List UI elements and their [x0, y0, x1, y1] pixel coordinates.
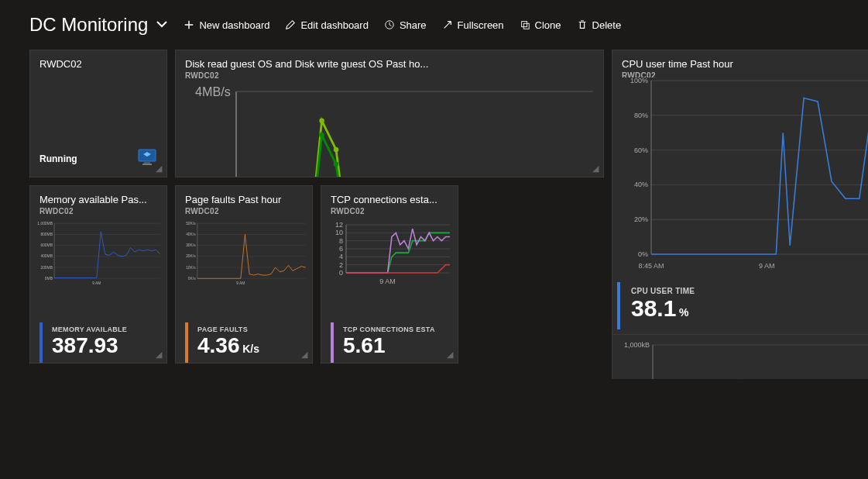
disk-title: Disk read guest OS and Disk write guest … [185, 58, 594, 70]
svg-text:9 AM: 9 AM [92, 281, 101, 285]
svg-text:10K/s: 10K/s [186, 266, 196, 270]
new-dashboard-label: New dashboard [199, 19, 269, 31]
vm-icon [137, 148, 157, 169]
delete-button[interactable]: Delete [577, 19, 622, 31]
svg-text:40%: 40% [634, 181, 648, 188]
svg-text:9 AM: 9 AM [759, 262, 775, 270]
svg-point-24 [334, 147, 338, 152]
share-button[interactable]: Share [384, 19, 427, 31]
svg-text:2: 2 [339, 261, 343, 269]
svg-text:0: 0 [339, 269, 343, 277]
svg-text:0K/s: 0K/s [188, 277, 196, 281]
edit-dashboard-button[interactable]: Edit dashboard [285, 19, 368, 31]
svg-text:8: 8 [339, 237, 343, 245]
svg-text:1,000MB: 1,000MB [37, 222, 53, 226]
cpu-metric-label: CPU USER TIME [631, 287, 695, 295]
svg-text:0%: 0% [638, 250, 648, 258]
delete-label: Delete [592, 19, 622, 31]
svg-text:20K/s: 20K/s [186, 254, 196, 258]
cpu-metric-value: 38.1 [631, 295, 676, 321]
memory-metric-value: 387.93 [52, 333, 118, 357]
fullscreen-label: Fullscreen [458, 19, 504, 31]
svg-point-49 [319, 133, 324, 137]
cpu-title: CPU user time Past hour [622, 58, 868, 70]
svg-text:9 AM: 9 AM [236, 281, 245, 285]
svg-point-23 [319, 118, 324, 122]
pagefaults-tile[interactable]: Page faults Past hour RWDC02 0K/s10K/s20… [175, 185, 313, 364]
svg-text:100%: 100% [630, 78, 648, 84]
memory-tile[interactable]: Memory available Pas... RWDC02 0MB200MB4… [29, 185, 167, 364]
svg-rect-1 [521, 22, 527, 27]
clone-label: Clone [535, 19, 561, 31]
svg-text:10: 10 [335, 229, 343, 236]
svg-text:6: 6 [339, 245, 343, 253]
svg-text:30K/s: 30K/s [186, 243, 196, 247]
tcp-title: TCP connections esta... [331, 194, 448, 205]
tcp-host: RWDC02 [331, 207, 448, 215]
edit-dashboard-label: Edit dashboard [300, 19, 368, 31]
resize-icon[interactable]: ◢ [447, 350, 453, 360]
pf-metric-label: PAGE FAULTS [197, 326, 259, 333]
svg-text:80%: 80% [634, 112, 648, 119]
svg-rect-5 [142, 164, 152, 165]
svg-text:50K/s: 50K/s [186, 222, 196, 226]
svg-text:600MB: 600MB [40, 243, 53, 247]
svg-text:400MB: 400MB [40, 254, 53, 258]
resize-icon[interactable]: ◢ [301, 350, 307, 360]
tcp-metric-label: TCP CONNECTIONS ESTA [343, 326, 435, 333]
vm-status-tile[interactable]: RWDC02 Running ◢ [29, 50, 167, 177]
svg-text:4MB/s: 4MB/s [195, 86, 231, 98]
svg-rect-2 [523, 23, 529, 29]
svg-text:20%: 20% [634, 215, 648, 223]
vm-name: RWDC02 [39, 58, 157, 70]
fullscreen-button[interactable]: Fullscreen [442, 19, 504, 31]
svg-text:0MB: 0MB [45, 277, 53, 281]
svg-text:12: 12 [335, 222, 343, 229]
resize-icon[interactable]: ◢ [156, 164, 162, 174]
svg-text:40K/s: 40K/s [186, 233, 196, 236]
svg-text:9 AM: 9 AM [379, 277, 396, 285]
new-dashboard-button[interactable]: New dashboard [184, 19, 269, 31]
svg-text:8:45 AM: 8:45 AM [638, 262, 664, 270]
svg-text:4: 4 [339, 253, 343, 260]
svg-rect-4 [144, 162, 150, 164]
pf-metric-unit: K/s [242, 343, 259, 355]
svg-text:1,000kB: 1,000kB [624, 342, 650, 349]
pf-host: RWDC02 [185, 207, 303, 215]
tcp-tile[interactable]: TCP connections esta... RWDC02 024681012… [321, 185, 458, 364]
svg-text:2MB/s: 2MB/s [195, 175, 231, 177]
pf-metric-value: 4.36 [197, 333, 240, 357]
disk-tile[interactable]: Disk read guest OS and Disk write guest … [175, 50, 604, 177]
dashboard-title: DC Monitoring [29, 14, 148, 36]
svg-text:200MB: 200MB [40, 266, 53, 270]
svg-text:800MB: 800MB [40, 233, 53, 236]
tcp-metric-value: 5.61 [343, 333, 386, 357]
resize-icon[interactable]: ◢ [156, 350, 162, 360]
clone-button[interactable]: Clone [520, 19, 561, 31]
pf-title: Page faults Past hour [185, 194, 303, 205]
vm-status-text: Running [39, 153, 77, 164]
share-label: Share [400, 19, 427, 31]
disk-host: RWDC02 [185, 71, 594, 80]
chevron-down-icon[interactable] [156, 18, 168, 33]
memory-title: Memory available Pas... [39, 194, 157, 205]
memory-host: RWDC02 [39, 207, 157, 215]
memory-metric-label: MEMORY AVAILABLE [52, 326, 127, 333]
resize-icon[interactable]: ◢ [592, 164, 599, 174]
cpu-metric-unit: % [679, 306, 688, 319]
svg-text:60%: 60% [634, 146, 648, 154]
svg-point-50 [334, 162, 338, 167]
